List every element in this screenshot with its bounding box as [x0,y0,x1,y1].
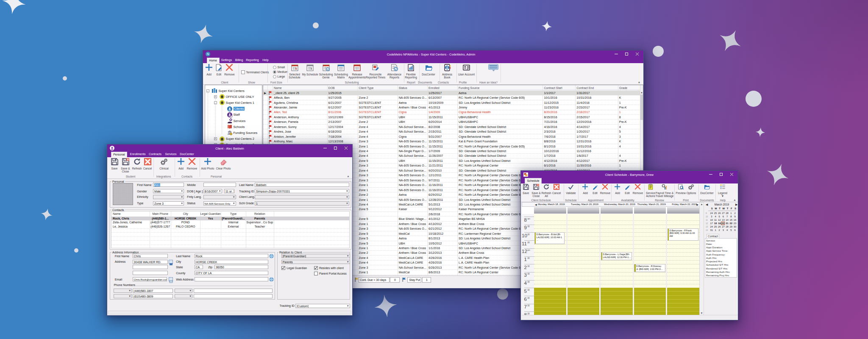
svg-text:N: N [206,53,209,56]
